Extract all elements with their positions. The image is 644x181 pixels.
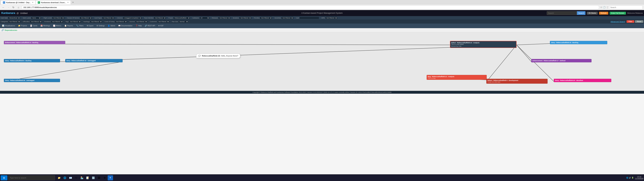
refresh-button[interactable]: Refresh xyxy=(599,12,608,14)
toolbar-meetings[interactable]: 📅 Meetings xyxy=(39,24,52,27)
tags-select[interactable]: Not Filtered xyxy=(69,20,81,23)
cos-select[interactable]: Not Filtered xyxy=(80,16,92,19)
wips-select[interactable]: Not Filtered xyxy=(325,16,338,19)
address-input[interactable] xyxy=(22,5,599,10)
taskbar-icon-mail[interactable]: 📧 xyxy=(68,175,73,180)
taskbar-icon-file-explorer[interactable]: 📁 xyxy=(56,175,62,180)
tab-favicon-1: K xyxy=(3,1,5,4)
card-card7[interactable]: Story : RebeccaShaffield-30 : Untriagged xyxy=(4,79,60,82)
severities-select[interactable]: Not Filtered xyxy=(282,16,294,19)
columns-select[interactable]: Untagged-Completed xyxy=(123,16,142,19)
hashtags-select[interactable]: Not Filtered xyxy=(90,20,102,23)
card-types-select[interactable]: Not Filtered xyxy=(102,16,114,19)
taskbar-icon-notepad[interactable]: 📝 xyxy=(85,175,90,180)
toolbar-help[interactable]: ❓ Help xyxy=(134,24,143,27)
app-search-input[interactable] xyxy=(547,11,577,15)
tab-bar: K Kanbanara @ Untitled - Dep... ✕ K Kanb… xyxy=(0,0,644,5)
back-button[interactable]: ← xyxy=(1,5,5,10)
customers-select[interactable]: Not Filtered xyxy=(157,20,170,23)
main-canvas: 🔗 Dependencies RebeccaShaffield-15: Hell… xyxy=(0,28,644,174)
toolbar-documentation[interactable]: 📖 Documentation xyxy=(117,24,134,27)
filter-bar-1: Card Style Hierarchical Swim Lanes None … xyxy=(0,16,644,20)
categories-select[interactable]: Not Filtered xyxy=(8,20,21,23)
filter-severities: Severities Not Filtered xyxy=(274,16,294,19)
taskbar-icon-settings-win[interactable]: ⚙ xyxy=(102,175,107,180)
clients-button[interactable]: 26 Clients xyxy=(587,12,598,14)
card-card2[interactable]: Defect : RebeccaShaffield-10 : AnalysisT… xyxy=(450,41,517,48)
advanced-search-button[interactable]: Advanced Search xyxy=(610,20,626,23)
app-top-bar: Kanbanara @ Untitled A Kanban-based Proj… xyxy=(0,10,644,16)
team-member-select[interactable]: Not Filtered xyxy=(154,16,166,19)
card-card3[interactable]: Story : RebeccaShaffield-18 : Backlog xyxy=(550,41,607,44)
reload-button[interactable]: ↻ xyxy=(12,5,16,10)
taskbar-icon-calculator[interactable]: 🔢 xyxy=(90,175,96,180)
releases-select[interactable]: Not Filtered xyxy=(218,16,230,19)
flight-levels-select[interactable]: Not Filtered xyxy=(52,16,64,19)
card-card10[interactable]: Story : RebeccaShaffield-20 : Identified xyxy=(554,79,611,82)
toolbar-cards[interactable]: 🃏 Cards xyxy=(29,24,39,27)
card-subtitle-card2: This is a child artifact xyxy=(451,44,515,45)
plan-size-select[interactable]: Normal xyxy=(178,20,188,23)
toolbar-rest-api[interactable]: 🔗 REST API xyxy=(144,24,156,27)
project-select[interactable]: RebeccaShaffield xyxy=(174,16,190,19)
connection-line xyxy=(4,62,122,82)
toolbar-filters[interactable]: 🔧 Filters xyxy=(75,24,85,27)
filter-action-button[interactable]: Filter xyxy=(626,20,634,23)
filter-customers: Customers Not Filtered xyxy=(150,20,170,23)
card-card1[interactable]: Enhancement : RebeccaShaffield-14 : Back… xyxy=(4,41,65,44)
card-card6[interactable]: Enhancement : RebeccaShaffield-17 : Defi… xyxy=(531,59,591,62)
card-input[interactable] xyxy=(299,16,319,19)
toolbar-settings[interactable]: ⚙ Settings xyxy=(95,24,106,27)
toolbar-reports[interactable]: 📋 Reports xyxy=(63,24,74,27)
card-card9[interactable]: Defect : RebeccaShaffield-3 : Developmen… xyxy=(486,79,548,84)
copyright: Copyright © Rebecca Shaffield and Kanban… xyxy=(252,92,306,93)
card-title-card4: Story : RebeccaShaffield-9 : Backlog xyxy=(5,60,59,62)
connection-line xyxy=(516,45,531,62)
browser-search-input[interactable] xyxy=(609,6,643,9)
subteams-select[interactable]: All xyxy=(200,16,210,19)
taskbar-icon-kanbanara[interactable]: K xyxy=(108,175,113,180)
help-icon: ❓ xyxy=(136,25,138,27)
export-icon: ⬆ xyxy=(86,25,88,27)
emotions-select[interactable]: Not Filtered xyxy=(51,20,63,23)
toolbar-export[interactable]: ⬆ Export xyxy=(85,24,95,27)
filter-releases: Releases Not Filtered xyxy=(212,16,231,19)
taskbar-icon-edge[interactable]: 🌐 xyxy=(62,175,68,180)
difficulties-select[interactable]: Not Filtered xyxy=(30,20,42,23)
reset-action-button[interactable]: Reset xyxy=(635,20,643,23)
taskbar-icon-store[interactable]: 🏪 xyxy=(79,175,84,180)
card-card5[interactable]: Story : RebeccaShaffield-16 : Untriagged xyxy=(65,59,122,62)
tab-1[interactable]: K Kanbanara @ Untitled - Dep... ✕ xyxy=(1,0,36,4)
forward-button[interactable]: → xyxy=(6,5,10,10)
costs-of-delay-select[interactable]: Not Filtered xyxy=(115,20,127,23)
toolbar-visualisations[interactable]: 📊 Visualisations xyxy=(1,24,16,27)
canvas-area[interactable]: RebeccaShaffield-15: Hello, Anyone there… xyxy=(0,32,644,91)
settings-button-browser[interactable]: ⋮ xyxy=(606,6,608,8)
card-title-card10: Story : RebeccaShaffield-20 : Identified xyxy=(555,80,610,81)
toolbar-metrics[interactable]: 📈 Metrics xyxy=(52,24,62,27)
start-button[interactable]: ⊞ xyxy=(1,175,8,180)
new-tab-button[interactable]: + xyxy=(71,1,75,4)
bookmark-button[interactable]: ☆ xyxy=(600,6,602,8)
taskbar-icon-photos[interactable]: 🖼 xyxy=(96,175,102,180)
toolbar-ksf[interactable]: ★ KSF xyxy=(157,24,165,27)
swim-lanes-select[interactable]: None xyxy=(31,16,41,19)
card-card8[interactable]: Bug : RebeccaShaffield-12 : AnalysisThis… xyxy=(427,75,487,80)
taskbar-search[interactable] xyxy=(8,175,55,180)
card-title-card7: Story : RebeccaShaffield-30 : Untriagged xyxy=(5,80,59,81)
tab-2[interactable]: K Kanbanara download | Sourc... ✕ xyxy=(36,0,71,4)
card-style-select[interactable]: Hierarchical xyxy=(8,16,20,19)
priorities-select[interactable]: Not Filtered xyxy=(260,16,272,19)
home-button[interactable]: ⌂ xyxy=(16,5,20,10)
toolbar-admin[interactable]: 👤 Admin xyxy=(106,24,116,27)
toolbar-projects[interactable]: 📁 Projects xyxy=(17,24,28,27)
tab-1-close[interactable]: ✕ xyxy=(32,2,33,3)
history-button[interactable]: 🕐 xyxy=(603,6,606,8)
fullscreen-button[interactable]: Enter Full Screen xyxy=(610,12,626,14)
app-search-button[interactable]: Search xyxy=(577,11,586,15)
tab-2-close[interactable]: ✕ xyxy=(67,2,68,3)
sources-select[interactable]: Not Filtered xyxy=(135,20,148,23)
iterations-select[interactable]: Not Filtered xyxy=(239,16,252,19)
card-card4[interactable]: Story : RebeccaShaffield-9 : Backlog xyxy=(4,59,60,62)
taskbar-icon-defender[interactable]: 🛡 xyxy=(74,175,79,180)
